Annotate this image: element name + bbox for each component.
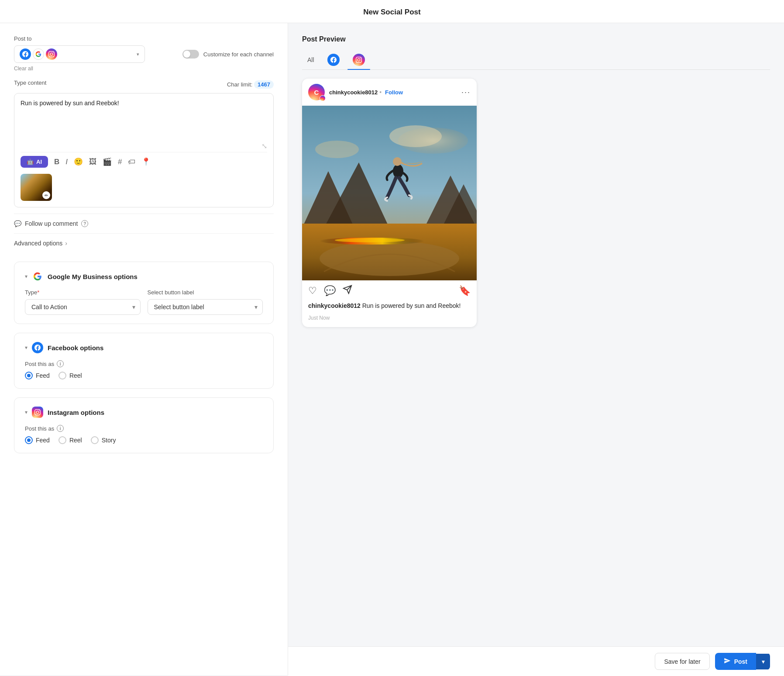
instagram-post-as: Post this as i Feed Reel Story — [25, 425, 263, 444]
follow-up-icon: 💬 — [14, 220, 21, 227]
facebook-title: Facebook options — [48, 344, 103, 352]
preview-tabs: All — [302, 50, 770, 70]
instagram-reel-radio — [58, 436, 66, 444]
tab-facebook[interactable] — [322, 50, 345, 69]
facebook-section: ▾ Facebook options Post this as i Feed — [14, 333, 274, 389]
bookmark-icon[interactable]: 🔖 — [459, 285, 471, 297]
post-icon — [724, 657, 731, 666]
follow-button[interactable]: Follow — [385, 89, 403, 96]
instagram-reel-label: Reel — [69, 437, 82, 444]
insta-caption: chinkycookie8012 Run is powered by sun a… — [302, 301, 477, 315]
facebook-collapse-icon: ▾ — [25, 345, 28, 351]
bold-icon[interactable]: B — [54, 158, 59, 166]
char-limit: Char limit: 1467 — [227, 81, 274, 88]
caption-username: chinkycookie8012 — [308, 302, 361, 309]
italic-icon[interactable]: I — [65, 158, 68, 166]
avatar-initial: C — [314, 89, 319, 96]
post-to-row: ▾ Customize for each channel — [14, 45, 274, 63]
dot-separator: • — [379, 89, 383, 96]
save-later-button[interactable]: Save for later — [655, 653, 709, 670]
content-label: Type content — [14, 79, 46, 86]
post-button[interactable]: Post — [715, 653, 756, 670]
tag-icon[interactable]: 🏷 — [128, 158, 135, 166]
share-icon[interactable] — [343, 285, 352, 297]
ai-button[interactable]: 🤖 AI — [21, 156, 48, 168]
location-icon[interactable]: 📍 — [141, 157, 151, 166]
facebook-feed-radio — [25, 372, 33, 379]
follow-up-info-icon[interactable]: ? — [81, 220, 88, 227]
customize-toggle[interactable] — [182, 50, 199, 59]
emoji-icon[interactable]: 🙂 — [74, 157, 83, 166]
like-icon[interactable]: ♡ — [308, 285, 317, 297]
instagram-feed-label: Feed — [36, 437, 50, 444]
gmb-fields: Type* Call to Action Event Offer Standar… — [25, 289, 263, 315]
gmb-type-group: Type* Call to Action Event Offer Standar… — [25, 289, 141, 315]
customize-row: Customize for each channel — [182, 50, 274, 59]
insta-username: chinkycookie8012 — [329, 89, 378, 96]
content-textarea[interactable]: Run is powered by sun and Reebok! — [21, 100, 267, 139]
facebook-post-as: Post this as i Feed Reel — [25, 360, 263, 379]
instagram-info-icon[interactable]: i — [57, 425, 64, 432]
svg-point-9 — [320, 241, 459, 276]
content-box: Run is powered by sun and Reebok! ⤡ 🤖 AI… — [14, 93, 274, 207]
char-badge: 1467 — [254, 80, 274, 89]
instagram-feed-radio — [25, 436, 33, 444]
gmb-collapse-icon: ▾ — [25, 273, 28, 279]
gmb-header[interactable]: ▾ Google My Business options — [25, 271, 263, 282]
gmb-button-select-wrapper: Select button label Learn More Book Orde… — [148, 299, 263, 315]
gmb-type-select[interactable]: Call to Action Event Offer Standard — [25, 299, 141, 315]
gmb-channel-icon — [33, 48, 44, 60]
facebook-channel-icon — [20, 48, 31, 60]
hashtag-icon[interactable]: # — [118, 158, 122, 166]
insta-avatar: C — [308, 84, 325, 100]
instagram-section: ▾ Instagram options Post this as i Feed — [14, 397, 274, 453]
ai-icon: 🤖 — [27, 159, 34, 165]
gmb-section: ▾ Google My Business options Type* Call … — [14, 262, 274, 324]
facebook-feed-option[interactable]: Feed — [25, 372, 50, 379]
facebook-header[interactable]: ▾ Facebook options — [25, 342, 263, 353]
edit-badge: ✏ — [42, 191, 50, 199]
instagram-preview-card: C chinkycookie8012 • Follow ··· — [302, 79, 477, 327]
insta-user-info: chinkycookie8012 • Follow — [329, 89, 403, 96]
comment-icon[interactable]: 💬 — [324, 285, 336, 297]
more-options-icon[interactable]: ··· — [461, 88, 471, 97]
insta-avatar-badge — [320, 95, 326, 101]
insta-post-image — [302, 106, 477, 280]
channel-selector[interactable]: ▾ — [14, 45, 145, 63]
tab-instagram[interactable] — [347, 50, 370, 69]
instagram-reel-option[interactable]: Reel — [58, 436, 82, 444]
image-thumbnail[interactable]: ✏ — [21, 174, 52, 201]
facebook-info-icon[interactable]: i — [57, 360, 64, 367]
facebook-reel-label: Reel — [69, 372, 82, 379]
post-dropdown-button[interactable]: ▾ — [756, 654, 770, 669]
instagram-story-label: Story — [102, 437, 116, 444]
content-header: Type content Char limit: 1467 — [14, 79, 274, 90]
left-panel: Post to ▾ — [0, 23, 288, 675]
clear-all-link[interactable]: Clear all — [14, 66, 274, 72]
insta-actions: ♡ 💬 🔖 — [302, 280, 477, 301]
advanced-options-row[interactable]: Advanced options › — [14, 233, 274, 253]
resize-handle: ⤡ — [21, 142, 267, 150]
video-icon[interactable]: 🎬 — [103, 157, 112, 166]
tab-all[interactable]: All — [302, 53, 320, 67]
instagram-story-option[interactable]: Story — [91, 436, 116, 444]
instagram-feed-option[interactable]: Feed — [25, 436, 50, 444]
svg-point-11 — [335, 238, 405, 242]
customize-label: Customize for each channel — [203, 51, 274, 58]
gmb-title: Google My Business options — [48, 273, 138, 280]
instagram-header[interactable]: ▾ Instagram options — [25, 407, 263, 418]
svg-point-2 — [389, 125, 442, 147]
channel-icons — [20, 48, 57, 60]
facebook-post-as-label: Post this as i — [25, 360, 263, 367]
follow-up-row[interactable]: 💬 Follow up comment ? — [14, 214, 274, 233]
image-icon[interactable]: 🖼 — [89, 158, 96, 166]
instagram-icon — [32, 407, 43, 418]
gmb-button-label: Select button label — [148, 289, 263, 296]
fb-tab-icon — [327, 54, 340, 66]
instagram-radio-group: Feed Reel Story — [25, 436, 263, 444]
channel-selector-chevron: ▾ — [137, 52, 139, 57]
gmb-button-select[interactable]: Select button label Learn More Book Orde… — [148, 299, 263, 315]
gmb-button-group: Select button label Select button label … — [148, 289, 263, 315]
facebook-reel-option[interactable]: Reel — [58, 372, 82, 379]
post-button-group: Post ▾ — [715, 653, 770, 670]
